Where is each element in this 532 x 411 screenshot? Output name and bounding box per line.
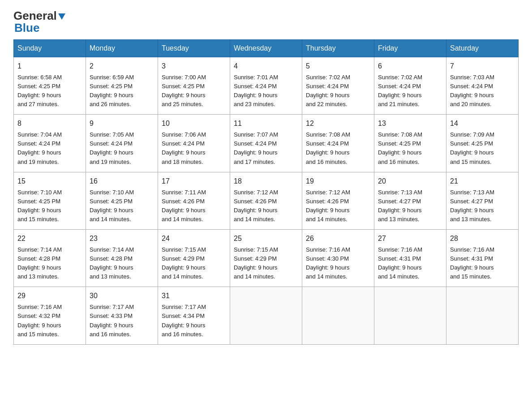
calendar-cell: 22Sunrise: 7:14 AMSunset: 4:28 PMDayligh… (14, 230, 86, 287)
day-number: 6 (378, 61, 442, 72)
calendar-week-2: 8Sunrise: 7:04 AMSunset: 4:24 PMDaylight… (14, 115, 519, 172)
day-info: Sunrise: 7:05 AMSunset: 4:24 PMDaylight:… (90, 130, 154, 167)
header-thursday: Thursday (302, 40, 374, 57)
calendar-week-3: 15Sunrise: 7:10 AMSunset: 4:25 PMDayligh… (14, 172, 519, 229)
calendar-cell: 13Sunrise: 7:08 AMSunset: 4:25 PMDayligh… (374, 115, 446, 172)
calendar-cell: 7Sunrise: 7:03 AMSunset: 4:24 PMDaylight… (446, 57, 519, 115)
day-number: 31 (162, 291, 226, 302)
day-number: 12 (306, 118, 370, 129)
day-number: 20 (378, 176, 442, 187)
calendar-cell: 31Sunrise: 7:17 AMSunset: 4:34 PMDayligh… (158, 287, 230, 344)
calendar-cell: 1Sunrise: 6:58 AMSunset: 4:25 PMDaylight… (14, 57, 86, 115)
calendar-cell: 2Sunrise: 6:59 AMSunset: 4:25 PMDaylight… (86, 57, 158, 115)
calendar-cell: 8Sunrise: 7:04 AMSunset: 4:24 PMDaylight… (14, 115, 86, 172)
calendar-cell: 28Sunrise: 7:16 AMSunset: 4:31 PMDayligh… (446, 230, 519, 287)
day-number: 11 (234, 118, 298, 129)
header-monday: Monday (86, 40, 158, 57)
day-info: Sunrise: 7:11 AMSunset: 4:26 PMDaylight:… (162, 188, 226, 224)
day-number: 4 (234, 61, 298, 72)
svg-marker-0 (58, 13, 65, 20)
calendar-cell (446, 287, 519, 344)
calendar-cell: 17Sunrise: 7:11 AMSunset: 4:26 PMDayligh… (158, 172, 230, 229)
calendar-cell (230, 287, 302, 344)
day-number: 5 (306, 61, 370, 72)
day-info: Sunrise: 7:13 AMSunset: 4:27 PMDaylight:… (450, 188, 515, 224)
day-number: 21 (450, 176, 515, 187)
day-number: 10 (162, 118, 226, 129)
day-number: 28 (450, 233, 515, 244)
day-info: Sunrise: 7:17 AMSunset: 4:34 PMDaylight:… (162, 303, 226, 339)
day-info: Sunrise: 7:07 AMSunset: 4:24 PMDaylight:… (234, 130, 298, 167)
calendar-week-5: 29Sunrise: 7:16 AMSunset: 4:32 PMDayligh… (14, 287, 519, 344)
calendar-cell: 4Sunrise: 7:01 AMSunset: 4:24 PMDaylight… (230, 57, 302, 115)
calendar-cell: 15Sunrise: 7:10 AMSunset: 4:25 PMDayligh… (14, 172, 86, 229)
logo: General Blue (13, 9, 68, 35)
day-number: 14 (450, 118, 515, 129)
day-number: 1 (17, 61, 82, 72)
day-info: Sunrise: 7:14 AMSunset: 4:28 PMDaylight:… (17, 245, 82, 282)
day-number: 26 (306, 233, 370, 244)
day-info: Sunrise: 7:12 AMSunset: 4:26 PMDaylight:… (306, 188, 370, 224)
logo-text-blue: Blue (13, 21, 68, 35)
day-number: 17 (162, 176, 226, 187)
calendar-cell: 6Sunrise: 7:02 AMSunset: 4:24 PMDaylight… (374, 57, 446, 115)
day-info: Sunrise: 7:09 AMSunset: 4:25 PMDaylight:… (450, 130, 515, 167)
day-info: Sunrise: 7:16 AMSunset: 4:31 PMDaylight:… (378, 245, 442, 282)
day-number: 8 (17, 118, 82, 129)
day-info: Sunrise: 7:00 AMSunset: 4:25 PMDaylight:… (162, 73, 226, 109)
calendar-table: SundayMondayTuesdayWednesdayThursdayFrid… (13, 39, 519, 345)
day-number: 7 (450, 61, 515, 72)
header-sunday: Sunday (14, 40, 86, 57)
day-info: Sunrise: 7:16 AMSunset: 4:32 PMDaylight:… (17, 303, 82, 339)
page-header: General Blue (13, 9, 519, 35)
day-number: 18 (234, 176, 298, 187)
day-info: Sunrise: 7:01 AMSunset: 4:24 PMDaylight:… (234, 73, 298, 109)
calendar-week-4: 22Sunrise: 7:14 AMSunset: 4:28 PMDayligh… (14, 230, 519, 287)
calendar-cell: 5Sunrise: 7:02 AMSunset: 4:24 PMDaylight… (302, 57, 374, 115)
day-info: Sunrise: 7:06 AMSunset: 4:24 PMDaylight:… (162, 130, 226, 167)
calendar-header-row: SundayMondayTuesdayWednesdayThursdayFrid… (14, 40, 519, 57)
header-wednesday: Wednesday (230, 40, 302, 57)
day-info: Sunrise: 7:03 AMSunset: 4:24 PMDaylight:… (450, 73, 515, 109)
day-info: Sunrise: 7:15 AMSunset: 4:29 PMDaylight:… (162, 245, 226, 282)
day-number: 9 (90, 118, 154, 129)
calendar-cell (374, 287, 446, 344)
day-info: Sunrise: 7:08 AMSunset: 4:25 PMDaylight:… (378, 130, 442, 167)
header-saturday: Saturday (446, 40, 519, 57)
day-number: 2 (90, 61, 154, 72)
day-number: 27 (378, 233, 442, 244)
calendar-cell: 20Sunrise: 7:13 AMSunset: 4:27 PMDayligh… (374, 172, 446, 229)
day-number: 3 (162, 61, 226, 72)
calendar-cell: 30Sunrise: 7:17 AMSunset: 4:33 PMDayligh… (86, 287, 158, 344)
calendar-cell: 9Sunrise: 7:05 AMSunset: 4:24 PMDaylight… (86, 115, 158, 172)
header-friday: Friday (374, 40, 446, 57)
calendar-cell: 26Sunrise: 7:16 AMSunset: 4:30 PMDayligh… (302, 230, 374, 287)
day-info: Sunrise: 7:10 AMSunset: 4:25 PMDaylight:… (90, 188, 154, 224)
day-info: Sunrise: 7:02 AMSunset: 4:24 PMDaylight:… (306, 73, 370, 109)
calendar-cell: 25Sunrise: 7:15 AMSunset: 4:29 PMDayligh… (230, 230, 302, 287)
day-info: Sunrise: 7:16 AMSunset: 4:31 PMDaylight:… (450, 245, 515, 282)
day-info: Sunrise: 7:16 AMSunset: 4:30 PMDaylight:… (306, 245, 370, 282)
calendar-cell: 3Sunrise: 7:00 AMSunset: 4:25 PMDaylight… (158, 57, 230, 115)
day-info: Sunrise: 6:58 AMSunset: 4:25 PMDaylight:… (17, 73, 82, 109)
calendar-cell: 14Sunrise: 7:09 AMSunset: 4:25 PMDayligh… (446, 115, 519, 172)
day-info: Sunrise: 7:13 AMSunset: 4:27 PMDaylight:… (378, 188, 442, 224)
day-info: Sunrise: 7:04 AMSunset: 4:24 PMDaylight:… (17, 130, 82, 167)
calendar-cell: 11Sunrise: 7:07 AMSunset: 4:24 PMDayligh… (230, 115, 302, 172)
day-info: Sunrise: 7:14 AMSunset: 4:28 PMDaylight:… (90, 245, 154, 282)
calendar-cell (302, 287, 374, 344)
day-info: Sunrise: 7:12 AMSunset: 4:26 PMDaylight:… (234, 188, 298, 224)
logo-triangle-icon (58, 12, 68, 21)
day-info: Sunrise: 7:15 AMSunset: 4:29 PMDaylight:… (234, 245, 298, 282)
day-number: 16 (90, 176, 154, 187)
day-info: Sunrise: 7:10 AMSunset: 4:25 PMDaylight:… (17, 188, 82, 224)
calendar-cell: 18Sunrise: 7:12 AMSunset: 4:26 PMDayligh… (230, 172, 302, 229)
day-number: 24 (162, 233, 226, 244)
calendar-cell: 29Sunrise: 7:16 AMSunset: 4:32 PMDayligh… (14, 287, 86, 344)
calendar-cell: 27Sunrise: 7:16 AMSunset: 4:31 PMDayligh… (374, 230, 446, 287)
day-number: 29 (17, 291, 82, 302)
day-info: Sunrise: 6:59 AMSunset: 4:25 PMDaylight:… (90, 73, 154, 109)
calendar-cell: 16Sunrise: 7:10 AMSunset: 4:25 PMDayligh… (86, 172, 158, 229)
calendar-cell: 19Sunrise: 7:12 AMSunset: 4:26 PMDayligh… (302, 172, 374, 229)
day-info: Sunrise: 7:02 AMSunset: 4:24 PMDaylight:… (378, 73, 442, 109)
